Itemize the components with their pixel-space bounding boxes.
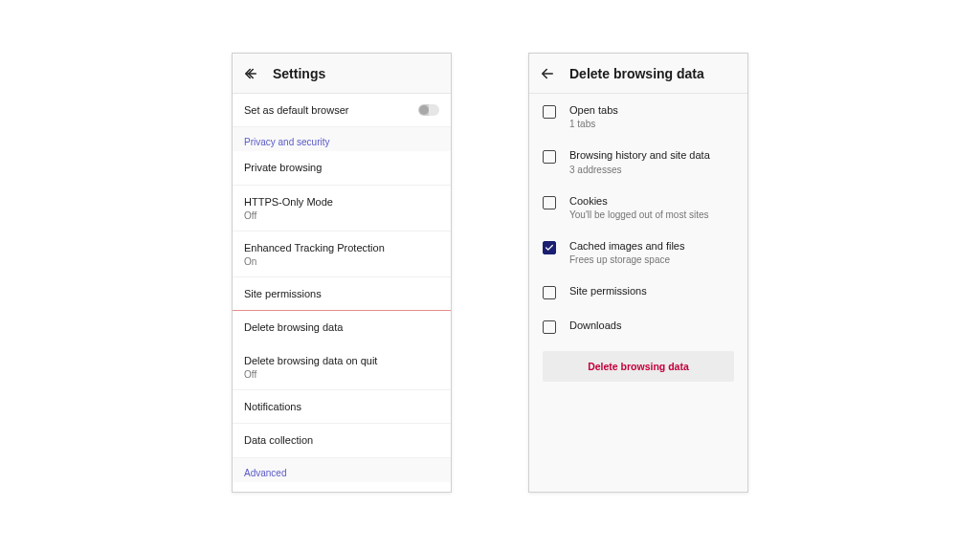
label-site-permissions: Site permissions bbox=[244, 287, 439, 300]
option-label: Browsing history and site data bbox=[569, 148, 734, 162]
option-label: Cookies bbox=[569, 194, 734, 208]
label-https-only: HTTPS-Only Mode bbox=[244, 195, 439, 209]
delete-options[interactable]: Open tabs1 tabsBrowsing history and site… bbox=[529, 94, 747, 492]
checkbox-icon[interactable] bbox=[543, 320, 556, 334]
label-private-browsing: Private browsing bbox=[244, 161, 439, 174]
row-default-browser[interactable]: Set as default browser bbox=[233, 94, 451, 127]
row-data-collection[interactable]: Data collection bbox=[233, 424, 451, 457]
back-icon[interactable] bbox=[539, 65, 556, 82]
option-4[interactable]: Site permissions bbox=[529, 275, 747, 309]
option-label: Site permissions bbox=[569, 284, 734, 298]
option-label: Cached images and files bbox=[569, 239, 734, 253]
label-default-browser: Set as default browser bbox=[244, 103, 418, 117]
option-3[interactable]: Cached images and filesFrees up storage … bbox=[529, 230, 747, 275]
checkbox-icon[interactable] bbox=[543, 150, 556, 164]
header: Delete browsing data bbox=[529, 54, 747, 94]
option-sub: You'll be logged out of most sites bbox=[569, 209, 734, 220]
label-etp: Enhanced Tracking Protection bbox=[244, 241, 439, 254]
delete-button[interactable]: Delete browsing data bbox=[543, 351, 734, 382]
label-delete-on-quit: Delete browsing data on quit bbox=[244, 354, 439, 367]
row-notifications[interactable]: Notifications bbox=[233, 390, 451, 424]
sub-https-only: Off bbox=[244, 210, 439, 221]
checkbox-icon[interactable] bbox=[543, 105, 556, 119]
sub-delete-on-quit: Off bbox=[244, 369, 439, 380]
label-notifications: Notifications bbox=[244, 400, 439, 413]
delete-data-screen: Delete browsing data Open tabs1 tabsBrow… bbox=[528, 53, 748, 493]
settings-list[interactable]: Set as default browser Privacy and secur… bbox=[233, 94, 451, 492]
section-advanced: Advanced bbox=[233, 458, 451, 482]
option-0[interactable]: Open tabs1 tabs bbox=[529, 94, 747, 139]
checkbox-icon[interactable] bbox=[543, 241, 556, 254]
section-privacy: Privacy and security bbox=[233, 127, 451, 151]
option-2[interactable]: CookiesYou'll be logged out of most site… bbox=[529, 185, 747, 230]
option-sub: 1 tabs bbox=[569, 119, 734, 129]
sub-etp: On bbox=[244, 256, 439, 267]
page-title: Delete browsing data bbox=[569, 66, 704, 81]
row-https-only[interactable]: HTTPS-Only Mode Off bbox=[233, 186, 451, 231]
checkbox-icon[interactable] bbox=[543, 196, 556, 209]
option-sub: 3 addresses bbox=[569, 165, 734, 175]
option-label: Downloads bbox=[569, 319, 734, 332]
option-1[interactable]: Browsing history and site data3 addresse… bbox=[529, 139, 747, 184]
option-sub: Frees up storage space bbox=[569, 254, 734, 265]
row-private-browsing[interactable]: Private browsing bbox=[233, 151, 451, 185]
row-addons[interactable]: Add-ons bbox=[233, 482, 451, 492]
page-title: Settings bbox=[273, 66, 325, 81]
settings-screen: Settings Set as default browser Privacy … bbox=[232, 53, 452, 493]
row-etp[interactable]: Enhanced Tracking Protection On bbox=[233, 231, 451, 277]
label-delete-browsing: Delete browsing data bbox=[244, 320, 439, 334]
toggle-default-browser[interactable] bbox=[418, 104, 439, 116]
option-5[interactable]: Downloads bbox=[529, 309, 747, 343]
label-data-collection: Data collection bbox=[244, 433, 439, 447]
row-delete-browsing-data[interactable]: Delete browsing data bbox=[233, 310, 451, 344]
row-delete-on-quit[interactable]: Delete browsing data on quit Off bbox=[233, 344, 451, 390]
header: Settings bbox=[233, 54, 451, 94]
back-icon[interactable] bbox=[242, 65, 259, 82]
checkbox-icon[interactable] bbox=[543, 286, 556, 299]
row-site-permissions[interactable]: Site permissions bbox=[233, 277, 451, 311]
option-label: Open tabs bbox=[569, 103, 734, 117]
